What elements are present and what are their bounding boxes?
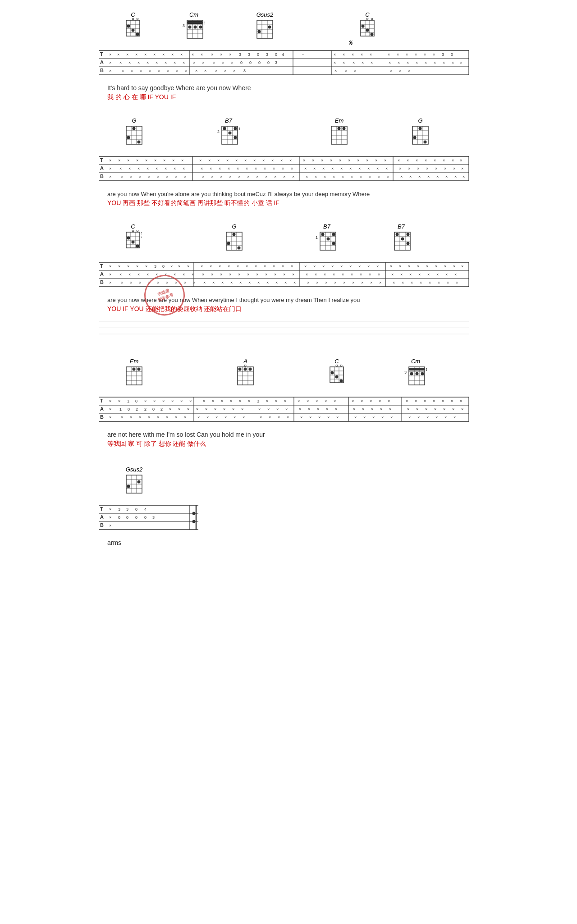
section-5: Gsus2 T A B — [99, 464, 478, 550]
svg-point-344 — [401, 238, 404, 241]
svg-text:×: × — [362, 407, 364, 412]
svg-text:×: × — [128, 166, 131, 171]
svg-text:0: 0 — [135, 399, 137, 403]
svg-text:1: 1 — [119, 407, 122, 412]
svg-text:×: × — [385, 166, 388, 171]
svg-rect-18 — [187, 21, 203, 24]
svg-point-645 — [137, 480, 141, 484]
svg-text:×: × — [201, 264, 203, 269]
svg-point-30 — [268, 26, 271, 29]
svg-text:×: × — [343, 60, 345, 65]
svg-text:×: × — [362, 60, 364, 65]
svg-text:×: × — [130, 174, 132, 179]
svg-text:1: 1 — [316, 235, 318, 240]
svg-text:×: × — [336, 415, 339, 420]
svg-text:×: × — [265, 174, 267, 179]
svg-text:×: × — [149, 69, 151, 73]
svg-text:3: 3 — [118, 507, 120, 512]
svg-text:×: × — [253, 158, 256, 163]
lyrics-cn-1: 我 的 心 在 哪 IF YOU IF — [107, 93, 478, 101]
svg-text:×: × — [109, 166, 111, 171]
svg-text:×: × — [247, 272, 249, 277]
svg-text:0: 0 — [257, 52, 259, 57]
svg-text:×: × — [189, 399, 192, 403]
svg-text:×: × — [174, 60, 176, 65]
chord-row-5: Gsus2 — [99, 466, 478, 500]
svg-text:×: × — [230, 280, 233, 285]
svg-point-6 — [127, 25, 130, 28]
svg-text:×: × — [376, 166, 379, 171]
svg-text:×: × — [233, 69, 235, 73]
svg-text:×: × — [445, 272, 448, 277]
chord-g-2: G — [410, 117, 430, 147]
svg-text:×: × — [353, 60, 355, 65]
svg-text:×: × — [334, 52, 336, 57]
svg-text:×: × — [313, 166, 316, 171]
lyrics-cn-3: YOU IF YOU 还能把我的委屈收纳 还能站在门口 — [107, 305, 478, 313]
svg-text:×: × — [135, 52, 137, 57]
svg-text:×: × — [248, 280, 251, 285]
svg-text:×: × — [203, 280, 206, 285]
svg-text:×: × — [109, 264, 111, 269]
chord-cm-1: Cm 3 1 — [183, 11, 205, 41]
svg-text:2: 2 — [144, 407, 147, 412]
svg-text:×: × — [358, 264, 361, 269]
svg-point-333 — [321, 233, 325, 236]
chord-name: C — [365, 11, 369, 18]
svg-text:T: T — [100, 263, 103, 269]
chord-diagram: 3 1 — [183, 18, 205, 41]
svg-text:×: × — [379, 399, 381, 403]
svg-text:×: × — [358, 166, 361, 171]
svg-text:×: × — [324, 272, 326, 277]
svg-text:×: × — [443, 60, 445, 65]
svg-text:×: × — [453, 415, 456, 420]
chord-gsus2-2: Gsus2 — [124, 466, 144, 496]
svg-text:3: 3 — [239, 52, 241, 57]
svg-text:×: × — [166, 280, 168, 285]
svg-text:×: × — [220, 174, 222, 179]
svg-text:×: × — [326, 407, 328, 412]
svg-text:×: × — [283, 272, 285, 277]
chord-row-2: G B7 2 — [99, 117, 478, 151]
svg-text:×: × — [276, 407, 279, 412]
svg-text:×: × — [226, 158, 229, 163]
chord-diagram — [124, 365, 144, 388]
svg-text:×: × — [443, 407, 445, 412]
svg-text:×: × — [342, 272, 344, 277]
svg-text:×: × — [330, 158, 332, 163]
chord-b7-3: B7 — [390, 223, 412, 253]
svg-text:×: × — [195, 69, 197, 73]
chord-diagram: 2 1 — [217, 124, 240, 147]
svg-text:×: × — [246, 166, 248, 171]
svg-point-324 — [233, 233, 236, 236]
chord-row-4: Em A — [99, 358, 478, 392]
svg-text:×: × — [313, 264, 316, 269]
svg-text:×: × — [167, 69, 169, 73]
section-3: C o o G — [99, 221, 478, 344]
tab-staff-1: T A B × × × × × × × × × × × × × × 3 3 0 … — [99, 46, 469, 82]
svg-text:×: × — [128, 60, 131, 65]
svg-text:×: × — [379, 280, 381, 285]
svg-text:×: × — [165, 166, 167, 171]
svg-text:0: 0 — [126, 515, 128, 520]
svg-text:3: 3 — [183, 23, 185, 28]
svg-text:×: × — [119, 60, 122, 65]
svg-text:×: × — [273, 166, 275, 171]
svg-text:×: × — [273, 264, 275, 269]
svg-text:4: 4 — [282, 52, 284, 57]
svg-text:×: × — [334, 69, 337, 73]
svg-text:×: × — [202, 60, 204, 65]
svg-point-178 — [424, 141, 427, 144]
svg-text:×: × — [264, 264, 266, 269]
svg-text:×: × — [157, 174, 159, 179]
svg-text:×: × — [306, 174, 308, 179]
chord-name: B7 — [225, 117, 232, 124]
svg-text:×: × — [213, 60, 215, 65]
chord-name: C — [131, 11, 135, 18]
svg-text:×: × — [109, 158, 111, 163]
svg-text:×: × — [131, 69, 133, 73]
svg-text:×: × — [429, 280, 431, 285]
svg-point-343 — [396, 233, 399, 236]
chord-b7-1: B7 2 1 — [217, 117, 240, 147]
chord-em-1: Em — [329, 117, 349, 147]
